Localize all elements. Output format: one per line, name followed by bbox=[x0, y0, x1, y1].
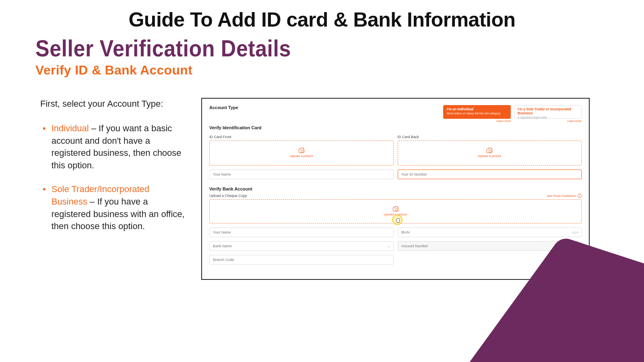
card-subtitle: Most sellers on Daraz fall into this cat… bbox=[447, 112, 507, 115]
slide-heading-secondary: Verify ID & Bank Account bbox=[35, 63, 644, 78]
bank-name-select[interactable] bbox=[209, 241, 394, 251]
learn-more-link[interactable]: Learn more bbox=[496, 120, 511, 122]
upload-text: Upload a picture bbox=[478, 154, 501, 158]
bullet-dot-icon: • bbox=[43, 183, 46, 233]
cursor-highlight-icon bbox=[392, 215, 402, 225]
see-photo-guidelines-link[interactable]: See Photo Guidelines i bbox=[547, 194, 582, 198]
camera-icon bbox=[393, 207, 398, 211]
card-subtitle: A registered legal entity bbox=[518, 116, 578, 119]
bullet-term: Individual bbox=[52, 123, 89, 133]
id-back-upload[interactable]: Upload a picture bbox=[398, 141, 582, 165]
chevron-down-icon: ⌄ bbox=[387, 244, 390, 248]
info-icon: i bbox=[578, 194, 582, 198]
iban-counter: 0/24 bbox=[572, 231, 578, 234]
camera-icon bbox=[487, 149, 492, 153]
card-title: I'm an Individual bbox=[447, 107, 507, 111]
see-guide-text: See Photo Guidelines bbox=[547, 194, 576, 198]
camera-icon bbox=[299, 149, 304, 153]
id-back-label: ID Card Back bbox=[398, 135, 582, 139]
bullet-text: Individual – If you want a basic account… bbox=[52, 122, 185, 172]
learn-more-link[interactable]: Learn more bbox=[567, 120, 582, 122]
bullet-item: • Sole Trader/Incorporated Business – If… bbox=[40, 183, 185, 233]
bank-your-name-input[interactable] bbox=[209, 228, 394, 237]
bullet-item: • Individual – If you want a basic accou… bbox=[40, 122, 185, 172]
branch-code-input[interactable] bbox=[209, 255, 394, 265]
instruction-column: First, select your Account Type: • Indiv… bbox=[40, 98, 185, 280]
id-front-upload[interactable]: Upload a picture bbox=[209, 141, 394, 165]
upload-text: Upload a picture bbox=[290, 154, 313, 158]
bullet-text: Sole Trader/Incorporated Business – If y… bbox=[52, 183, 185, 233]
account-type-label: Account Type bbox=[209, 105, 238, 110]
verify-bank-heading: Verify Bank Account bbox=[209, 186, 582, 191]
your-id-number-input[interactable] bbox=[398, 170, 582, 179]
card-title: I'm a Sole Trader or Incorporated Busine… bbox=[518, 107, 578, 115]
id-front-label: ID Card Front bbox=[209, 135, 394, 139]
iban-input[interactable] bbox=[398, 228, 582, 237]
slide-heading-primary: Seller Verification Details bbox=[35, 35, 644, 62]
form-screenshot: Account Type I'm an Individual Most sell… bbox=[201, 98, 590, 280]
slide-title: Guide To Add ID card & Bank Information bbox=[0, 8, 644, 31]
your-name-input[interactable] bbox=[209, 170, 394, 179]
verify-id-heading: Verify Identification Card bbox=[209, 125, 582, 130]
cheque-upload-label: Upload a Cheque Copy bbox=[209, 194, 247, 198]
account-type-business-card[interactable]: I'm a Sole Trader or Incorporated Busine… bbox=[514, 105, 582, 119]
intro-text: First, select your Account Type: bbox=[40, 98, 185, 110]
bullet-dot-icon: • bbox=[43, 122, 46, 172]
account-type-individual-card[interactable]: I'm an Individual Most sellers on Daraz … bbox=[443, 105, 511, 119]
